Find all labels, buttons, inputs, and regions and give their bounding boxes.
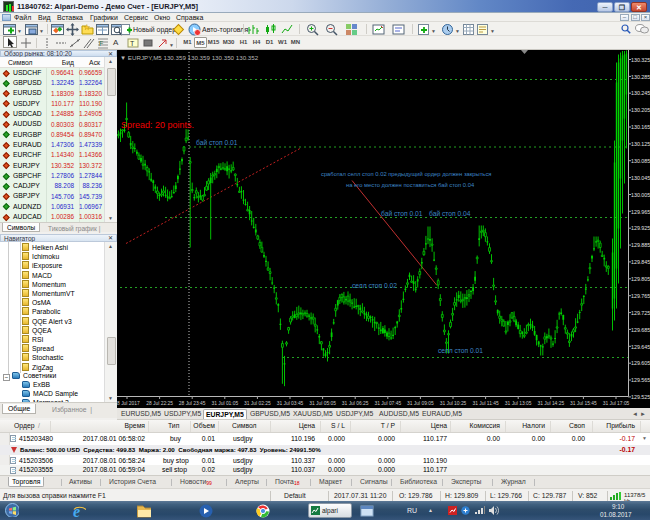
svg-text:31 Jul 15:45: 31 Jul 15:45 — [570, 401, 597, 406]
svg-text:31 Jul 03:45: 31 Jul 03:45 — [277, 401, 304, 406]
svg-text:бай стоп 0.01: бай стоп 0.01 — [381, 209, 423, 216]
svg-text:130.045: 130.045 — [631, 174, 650, 180]
svg-text:бай стоп 0.01: бай стоп 0.01 — [196, 138, 238, 145]
svg-text:130.125: 130.125 — [631, 141, 650, 147]
svg-text:31 Jul 06:25: 31 Jul 06:25 — [342, 401, 369, 406]
svg-text:31 Jul 14:25: 31 Jul 14:25 — [537, 401, 564, 406]
svg-text:31 Jul 01:05: 31 Jul 01:05 — [211, 401, 238, 406]
svg-text:31 Jul 07:45: 31 Jul 07:45 — [374, 401, 401, 406]
svg-text:e: e — [73, 503, 80, 517]
svg-text:130.085: 130.085 — [631, 157, 650, 163]
svg-text:селл стоп 0.01: селл стоп 0.01 — [438, 346, 483, 353]
svg-text:130.165: 130.165 — [631, 124, 650, 130]
svg-text:бай стоп 0.04: бай стоп 0.04 — [429, 209, 471, 216]
svg-text:T: T — [130, 40, 135, 47]
svg-text:сработал селл стоп 0.02 предыд: сработал селл стоп 0.02 предыдущий ордер… — [321, 170, 491, 176]
svg-text:31 Jul 17:05: 31 Jul 17:05 — [603, 401, 630, 406]
svg-text:Spread: 20 points.: Spread: 20 points. — [121, 119, 194, 129]
svg-text:130.325: 130.325 — [631, 56, 650, 62]
svg-text:31 Jul 09:05: 31 Jul 09:05 — [407, 401, 434, 406]
svg-text:129.565: 129.565 — [631, 377, 650, 383]
svg-text:селл стоп 0.02: селл стоп 0.02 — [352, 281, 397, 288]
svg-text:129.685: 129.685 — [631, 326, 650, 332]
svg-text:130.245: 130.245 — [631, 90, 650, 96]
svg-text:130.285: 130.285 — [631, 73, 650, 79]
svg-text:31 Jul 11:45: 31 Jul 11:45 — [472, 401, 499, 406]
svg-text:31 Jul 02:25: 31 Jul 02:25 — [244, 401, 271, 406]
svg-text:▼ EURJPY,M5 130.359 130.359 1: ▼ EURJPY,M5 130.359 130.359 130.350 130.… — [120, 53, 259, 60]
svg-text:28 Jul 2017: 28 Jul 2017 — [117, 401, 140, 406]
svg-text:129.805: 129.805 — [631, 276, 650, 282]
svg-text:28 Jul 23:45: 28 Jul 23:45 — [179, 401, 206, 406]
svg-text:31 Jul 05:05: 31 Jul 05:05 — [309, 401, 336, 406]
svg-text:31 Jul 10:25: 31 Jul 10:25 — [440, 401, 467, 406]
svg-text:31 Jul 13:05: 31 Jul 13:05 — [505, 401, 532, 406]
svg-text:130.205: 130.205 — [631, 107, 650, 113]
svg-text:F: F — [99, 40, 103, 47]
svg-text:129.845: 129.845 — [631, 259, 650, 265]
svg-text:129.765: 129.765 — [631, 292, 650, 298]
svg-text:129.725: 129.725 — [631, 309, 650, 315]
svg-text:129.525: 129.525 — [631, 394, 650, 400]
svg-text:130.005: 130.005 — [631, 191, 650, 197]
svg-text:129.645: 129.645 — [631, 343, 650, 349]
svg-text:28 Jul 22:25: 28 Jul 22:25 — [146, 401, 173, 406]
svg-text:129.925: 129.925 — [631, 225, 650, 231]
svg-text:129.605: 129.605 — [631, 360, 650, 366]
svg-text:129.885: 129.885 — [631, 242, 650, 248]
svg-text:на его место должен поставитьс: на его место должен поставиться бай стоп… — [346, 181, 475, 187]
svg-text:129.965: 129.965 — [631, 208, 650, 214]
